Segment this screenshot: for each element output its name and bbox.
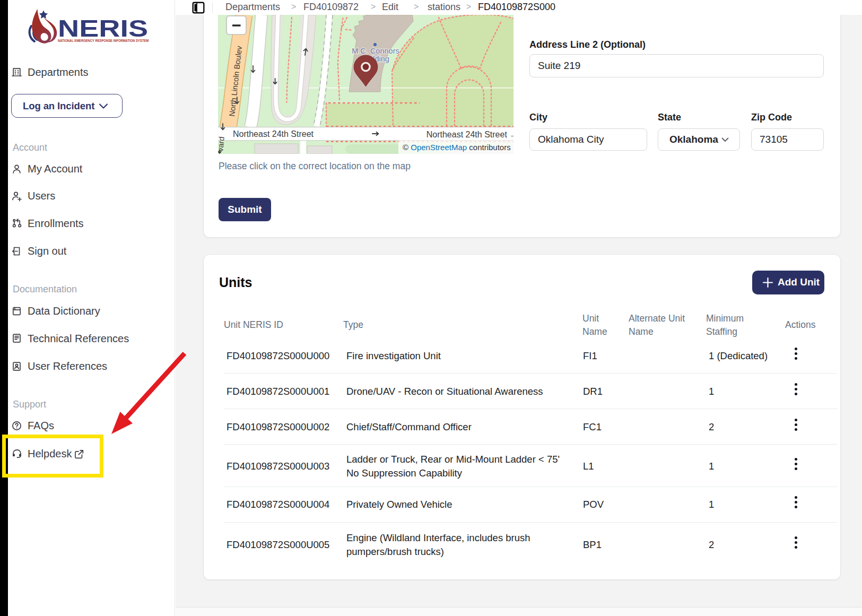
svg-text:© OpenStreetMap contributors: © OpenStreetMap contributors [403,143,511,152]
svg-text:Northeast 24th Street: Northeast 24th Street [233,129,314,138]
svg-text:Northeast 24th Street →: Northeast 24th Street → [426,130,513,139]
svg-text:M.C. Connors: M.C. Connors [352,47,399,55]
svg-text:NATIONAL EMERGENCY RESPONSE IN: NATIONAL EMERGENCY RESPONSE INFORMATION … [58,38,149,43]
